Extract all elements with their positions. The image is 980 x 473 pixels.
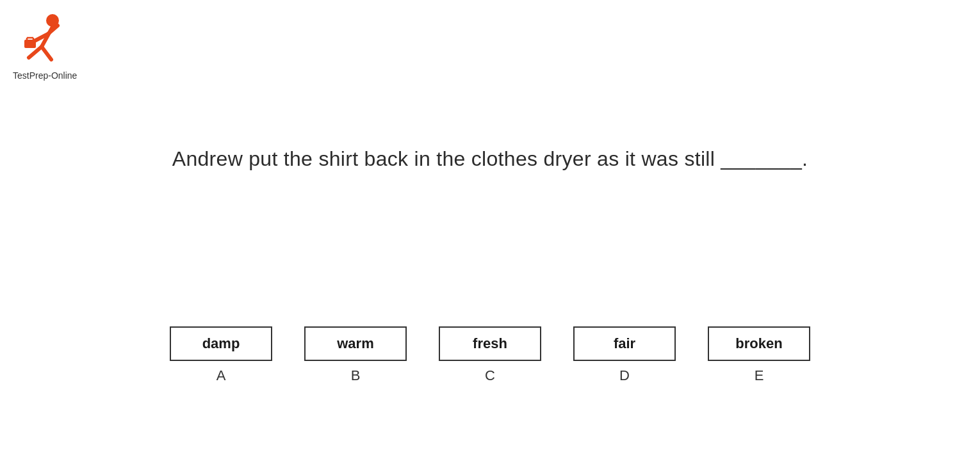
answer-item-d[interactable]: fair D — [573, 326, 676, 384]
page-container: TestPrep-Online Andrew put the shirt bac… — [0, 0, 980, 473]
svg-rect-6 — [24, 40, 36, 48]
logo-icon — [13, 12, 70, 69]
answer-box-e[interactable]: broken — [708, 326, 810, 361]
answer-box-a[interactable]: damp — [170, 326, 272, 361]
svg-line-5 — [42, 47, 51, 60]
answer-item-e[interactable]: broken E — [708, 326, 810, 384]
logo-text: TestPrep-Online — [13, 70, 77, 81]
question-text: Andrew put the shirt back in the clothes… — [172, 147, 808, 170]
answer-label-c: C — [485, 367, 495, 384]
answer-box-c[interactable]: fresh — [439, 326, 541, 361]
logo-area: TestPrep-Online — [13, 12, 77, 81]
question-area: Andrew put the shirt back in the clothes… — [0, 147, 980, 171]
answer-label-a: A — [216, 367, 226, 384]
answer-box-b[interactable]: warm — [304, 326, 407, 361]
answers-area: damp A warm B fresh C fair D broken E — [0, 326, 980, 384]
answer-item-c[interactable]: fresh C — [439, 326, 541, 384]
svg-line-4 — [29, 47, 42, 58]
answer-label-e: E — [755, 367, 764, 384]
answer-label-d: D — [619, 367, 630, 384]
answer-item-b[interactable]: warm B — [304, 326, 407, 384]
answer-box-d[interactable]: fair — [573, 326, 676, 361]
answer-label-b: B — [351, 367, 361, 384]
answer-item-a[interactable]: damp A — [170, 326, 272, 384]
